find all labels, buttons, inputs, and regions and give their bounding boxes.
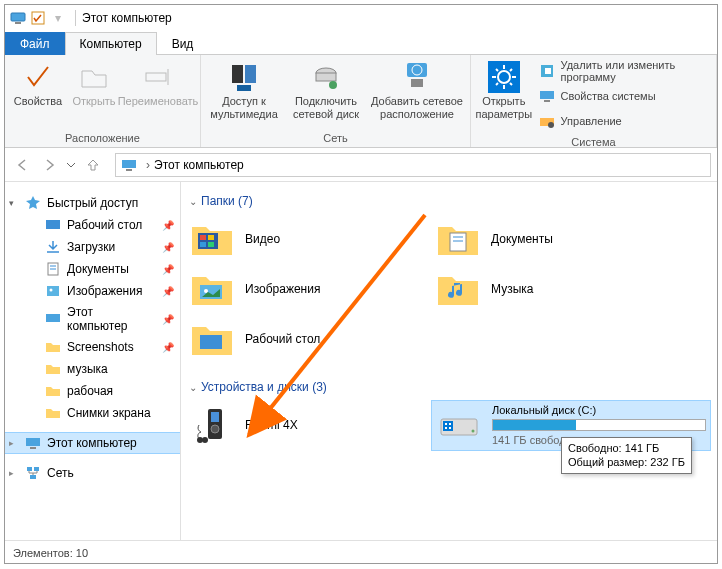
tab-view[interactable]: Вид (157, 32, 209, 55)
expand-icon[interactable]: ▾ (9, 198, 14, 208)
svg-rect-13 (411, 79, 423, 87)
title-bar: ▾ Этот компьютер (5, 5, 717, 31)
svg-point-66 (472, 430, 475, 433)
sidebar-work[interactable]: рабочая (5, 380, 180, 402)
add-network-location-button[interactable]: Добавить сетевое расположение (367, 57, 467, 121)
svg-rect-1 (15, 22, 21, 24)
map-drive-button[interactable]: Подключить сетевой диск (285, 57, 367, 121)
svg-rect-36 (47, 286, 59, 296)
sidebar-snapshots[interactable]: Снимки экрана (5, 402, 180, 424)
expand-icon[interactable]: ▸ (9, 468, 14, 478)
svg-rect-47 (200, 242, 206, 247)
address-bar[interactable]: › Этот компьютер (115, 153, 711, 177)
back-button[interactable] (11, 153, 35, 177)
svg-point-29 (548, 122, 554, 128)
ribbon-group-system: Открыть параметры Удалить или изменить п… (471, 55, 717, 147)
checkmark-icon (22, 61, 54, 93)
rename-button: Переименовать (119, 57, 197, 108)
device-redmi[interactable]: Redmi 4X (185, 402, 431, 448)
sidebar-downloads[interactable]: Загрузки📌 (5, 236, 180, 258)
svg-rect-31 (126, 169, 132, 171)
videos-folder-icon (189, 218, 235, 260)
tab-computer[interactable]: Компьютер (65, 32, 157, 55)
navigation-pane: ▾ Быстрый доступ Рабочий стол📌 Загрузки📌… (5, 182, 181, 540)
open-button: Открыть (69, 57, 119, 108)
svg-rect-41 (27, 467, 32, 471)
svg-rect-25 (545, 68, 551, 74)
qat-properties-icon[interactable] (29, 9, 47, 27)
svg-rect-64 (445, 427, 447, 429)
properties-button[interactable]: Свойства (7, 57, 69, 108)
pin-icon: 📌 (162, 342, 174, 353)
svg-rect-30 (122, 160, 136, 168)
svg-rect-49 (450, 233, 466, 251)
app-icon (9, 9, 27, 27)
expand-icon[interactable]: ▸ (9, 438, 14, 448)
qat-new-folder-icon[interactable]: ▾ (49, 9, 67, 27)
folder-videos[interactable]: Видео (185, 214, 431, 264)
svg-rect-39 (26, 438, 40, 446)
folder-pictures[interactable]: Изображения (185, 264, 431, 314)
pin-icon: 📌 (162, 242, 174, 253)
tab-file[interactable]: Файл (5, 32, 65, 55)
drives-group-header[interactable]: ⌄ Устройства и диски (3) (185, 376, 717, 400)
ribbon-tabs: Файл Компьютер Вид (5, 31, 717, 55)
svg-rect-40 (30, 447, 36, 449)
sidebar-network[interactable]: ▸ Сеть (5, 462, 180, 484)
svg-line-23 (510, 69, 512, 71)
up-button[interactable] (81, 153, 105, 177)
ribbon: Свойства Открыть Переименовать Расположе… (5, 55, 717, 148)
svg-rect-48 (208, 242, 214, 247)
status-bar: Элементов: 10 (5, 540, 717, 564)
svg-rect-45 (200, 235, 206, 240)
svg-rect-65 (449, 427, 451, 429)
chevron-right-icon[interactable]: › (146, 158, 150, 172)
sidebar-pictures[interactable]: Изображения📌 (5, 280, 180, 302)
uninstall-button[interactable]: Удалить или изменить программу (539, 60, 710, 82)
pictures-icon (45, 283, 61, 299)
download-icon (45, 239, 61, 255)
history-dropdown[interactable] (63, 153, 79, 177)
svg-point-10 (329, 81, 337, 89)
svg-line-21 (510, 83, 512, 85)
sidebar-desktop[interactable]: Рабочий стол📌 (5, 214, 180, 236)
svg-rect-62 (445, 423, 447, 425)
sidebar-quick-access[interactable]: ▾ Быстрый доступ (5, 192, 180, 214)
music-folder-icon (435, 268, 481, 310)
separator (75, 10, 76, 26)
media-access-button[interactable]: Доступ к мультимедиа (203, 57, 285, 121)
disk-icon (436, 404, 482, 446)
folder-documents[interactable]: Документы (431, 214, 677, 264)
pictures-folder-icon (189, 268, 235, 310)
folder-desktop[interactable]: Рабочий стол (185, 314, 431, 364)
sidebar-screenshots[interactable]: Screenshots📌 (5, 336, 180, 358)
breadcrumb-root[interactable]: Этот компьютер (154, 158, 244, 172)
pin-icon: 📌 (162, 220, 174, 231)
folder-icon (45, 383, 61, 399)
content-pane: ⌄ Папки (7) Видео Документы Изображения (181, 182, 717, 540)
documents-folder-icon (435, 218, 481, 260)
pin-icon: 📌 (162, 264, 174, 275)
svg-rect-6 (245, 65, 256, 83)
system-properties-button[interactable]: Свойства системы (539, 85, 710, 107)
pin-icon: 📌 (162, 314, 174, 325)
disk-usage-bar (492, 419, 706, 431)
svg-rect-32 (46, 220, 60, 229)
sidebar-music[interactable]: музыка (5, 358, 180, 380)
svg-rect-27 (544, 100, 550, 102)
folder-music[interactable]: Музыка (431, 264, 677, 314)
sidebar-this-pc[interactable]: ▸ Этот компьютер (5, 432, 180, 454)
network-icon (25, 465, 41, 481)
sidebar-thispc-quick[interactable]: Этот компьютер📌 (5, 302, 180, 336)
uninstall-icon (539, 63, 555, 79)
svg-rect-26 (540, 91, 554, 99)
star-icon (25, 195, 41, 211)
sidebar-documents[interactable]: Документы📌 (5, 258, 180, 280)
open-settings-button[interactable]: Открыть параметры (473, 57, 535, 121)
manage-button[interactable]: Управление (539, 110, 710, 132)
svg-rect-56 (211, 412, 219, 422)
forward-button[interactable] (37, 153, 61, 177)
folder-icon (45, 361, 61, 377)
folders-group-header[interactable]: ⌄ Папки (7) (185, 190, 717, 214)
svg-point-37 (50, 289, 53, 292)
